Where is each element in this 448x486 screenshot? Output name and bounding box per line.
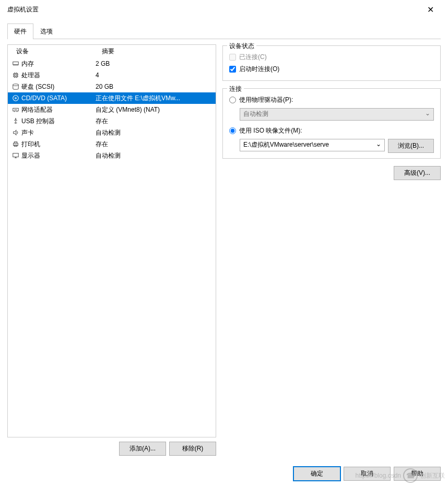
- hardware-row-cpu[interactable]: 处理器 4: [8, 69, 216, 81]
- device-label: 硬盘 (SCSI): [21, 82, 54, 91]
- printer-icon: [11, 140, 20, 148]
- sound-icon: [11, 128, 20, 137]
- cpu-icon: [11, 71, 20, 79]
- tab-options[interactable]: 选项: [33, 23, 60, 39]
- device-summary: 存在: [96, 140, 213, 149]
- hardware-row-cd[interactable]: CD/DVD (SATA) 正在使用文件 E:\虚拟机VMw...: [8, 92, 216, 104]
- display-icon: [11, 151, 20, 160]
- watermark-brand: 创新互联: [420, 471, 445, 480]
- close-icon[interactable]: ✕: [420, 5, 441, 15]
- device-label: 处理器: [21, 71, 40, 80]
- physical-drive-radio-row[interactable]: 使用物理驱动器(P):: [229, 94, 434, 106]
- col-header-summary: 摘要: [102, 47, 114, 56]
- net-icon: [11, 105, 20, 114]
- connection-title: 连接: [227, 85, 244, 93]
- device-label: CD/DVD (SATA): [21, 94, 67, 102]
- hardware-row-sound[interactable]: 声卡 自动检测: [8, 127, 216, 138]
- iso-radio-row[interactable]: 使用 ISO 映像文件(M):: [229, 125, 434, 137]
- device-status-group: 设备状态 已连接(C) 启动时连接(O): [222, 45, 441, 81]
- device-summary: 4: [96, 72, 213, 79]
- iso-radio[interactable]: [229, 127, 236, 134]
- usb-icon: [11, 117, 20, 125]
- device-label: 内存: [21, 60, 34, 68]
- connection-group: 连接 使用物理驱动器(P): 自动检测 使用 ISO 映像文件(M): E:\虚…: [222, 88, 441, 159]
- col-header-device: 设备: [16, 47, 102, 56]
- hardware-row-disk[interactable]: 硬盘 (SCSI) 20 GB: [8, 81, 216, 92]
- device-summary: 自动检测: [96, 151, 213, 160]
- remove-button[interactable]: 移除(R): [169, 442, 216, 456]
- svg-point-5: [15, 98, 17, 99]
- connect-poweron-checkbox-row[interactable]: 启动时连接(O): [229, 63, 434, 75]
- iso-label: 使用 ISO 映像文件(M):: [239, 126, 302, 135]
- hardware-row-display[interactable]: 显示器 自动检测: [8, 150, 216, 161]
- device-summary: 自定义 (VMnet8) (NAT): [96, 105, 213, 114]
- device-summary: 存在: [96, 117, 213, 126]
- device-label: 网络适配器: [21, 105, 53, 114]
- hardware-row-printer[interactable]: 打印机 存在: [8, 138, 216, 150]
- hardware-row-net[interactable]: 网络适配器 自定义 (VMnet8) (NAT): [8, 104, 216, 115]
- ok-button[interactable]: 确定: [293, 467, 340, 481]
- connected-checkbox: [229, 54, 236, 61]
- tab-hardware[interactable]: 硬件: [7, 23, 33, 39]
- svg-rect-0: [13, 62, 19, 65]
- watermark-logo-icon: ☎: [403, 468, 418, 483]
- browse-button[interactable]: 浏览(B)...: [388, 139, 434, 153]
- svg-point-3: [13, 84, 19, 86]
- svg-point-4: [13, 96, 19, 101]
- memory-icon: [11, 60, 20, 68]
- device-summary: 20 GB: [96, 83, 213, 90]
- connected-checkbox-row[interactable]: 已连接(C): [229, 51, 434, 63]
- iso-path-select[interactable]: E:\虚拟机VMware\server\serve: [240, 139, 385, 151]
- physical-drive-label: 使用物理驱动器(P):: [239, 96, 293, 104]
- device-summary: 正在使用文件 E:\虚拟机VMw...: [96, 94, 213, 103]
- physical-drive-select: 自动检测: [240, 108, 434, 121]
- physical-drive-radio[interactable]: [229, 97, 236, 103]
- device-label: 打印机: [21, 140, 40, 149]
- svg-point-7: [15, 118, 16, 119]
- svg-rect-1: [14, 74, 18, 77]
- device-label: USB 控制器: [21, 117, 55, 126]
- device-summary: 自动检测: [96, 128, 213, 137]
- svg-rect-9: [14, 142, 17, 144]
- disk-icon: [11, 82, 20, 91]
- tab-bar: 硬件 选项: [7, 23, 441, 39]
- device-label: 声卡: [21, 128, 34, 137]
- watermark: https://blog.csdn ☎ 创新互联: [356, 468, 445, 483]
- window-title: 虚拟机设置: [7, 5, 420, 14]
- watermark-url: https://blog.csdn: [356, 472, 401, 479]
- svg-rect-2: [15, 74, 17, 76]
- hardware-row-memory[interactable]: 内存 2 GB: [8, 58, 216, 69]
- connect-poweron-label: 启动时连接(O): [239, 65, 279, 74]
- hardware-row-usb[interactable]: USB 控制器 存在: [8, 115, 216, 127]
- hardware-list: 设备 摘要 内存 2 GB 处理器 4 硬盘 (SCSI) 20 GB CD/D…: [7, 44, 216, 437]
- device-label: 显示器: [21, 151, 40, 160]
- device-status-title: 设备状态: [227, 42, 256, 51]
- advanced-button[interactable]: 高级(V)...: [394, 166, 441, 180]
- connected-label: 已连接(C): [239, 53, 267, 62]
- svg-rect-11: [13, 153, 19, 157]
- device-summary: 2 GB: [96, 60, 213, 67]
- cd-icon: [11, 94, 20, 102]
- connect-poweron-checkbox[interactable]: [229, 66, 236, 73]
- add-button[interactable]: 添加(A)...: [119, 442, 166, 456]
